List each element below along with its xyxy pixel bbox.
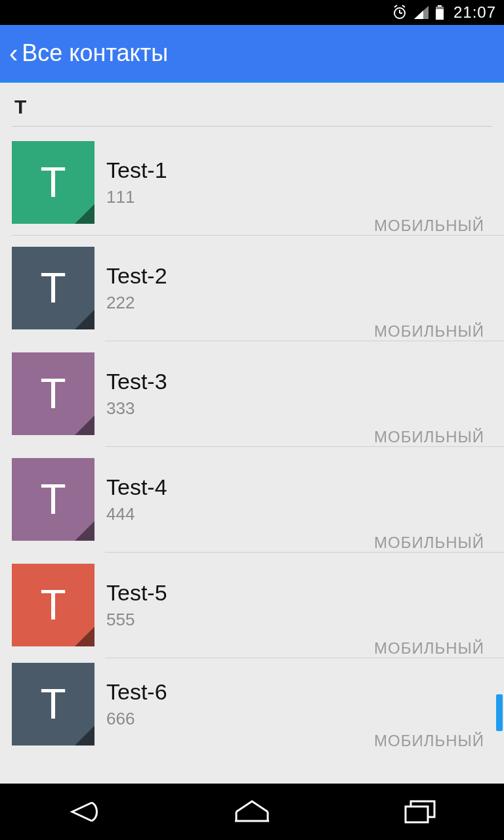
- contact-type: МОБИЛЬНЫЙ: [374, 428, 484, 446]
- contacts-list[interactable]: T Test-1 111 МОБИЛЬНЫЙ T Test-2 222: [0, 130, 504, 784]
- contact-row[interactable]: T Test-5 555 МОБИЛЬНЫЙ: [0, 553, 504, 658]
- contact-name: Test-6: [106, 679, 374, 705]
- home-button[interactable]: [213, 792, 291, 831]
- avatar-corner-icon: [75, 204, 94, 224]
- avatar-corner-icon: [75, 726, 94, 746]
- contact-type: МОБИЛЬНЫЙ: [374, 639, 484, 658]
- battery-icon: [435, 5, 444, 20]
- contact-number: 444: [106, 504, 374, 524]
- back-button[interactable]: [45, 792, 123, 831]
- app-header: ‹ Все контакты: [0, 25, 504, 83]
- avatar-letter: T: [40, 158, 66, 207]
- contact-row[interactable]: T Test-2 222 МОБИЛЬНЫЙ: [0, 236, 504, 341]
- svg-marker-6: [414, 10, 423, 19]
- contact-info: Test-5 555: [106, 580, 374, 630]
- avatar-letter: T: [40, 581, 66, 629]
- avatar-corner-icon: [75, 627, 94, 646]
- contact-type: МОБИЛЬНЫЙ: [374, 534, 484, 552]
- contact-info: Test-4 444: [106, 474, 374, 524]
- avatar-corner-icon: [75, 521, 94, 541]
- avatar-letter: T: [40, 264, 66, 312]
- status-time: 21:07: [453, 3, 496, 22]
- page-title[interactable]: Все контакты: [22, 39, 168, 67]
- contact-info: Test-3 333: [106, 369, 374, 419]
- svg-rect-9: [436, 7, 444, 9]
- contact-row[interactable]: T Test-1 111 МОБИЛЬНЫЙ: [0, 130, 504, 235]
- avatar-corner-icon: [75, 415, 94, 435]
- contact-row[interactable]: T Test-4 444 МОБИЛЬНЫЙ: [0, 447, 504, 552]
- section-divider: [12, 126, 492, 127]
- contacts-content: Т T Test-1 111 МОБИЛЬНЫЙ T: [0, 83, 504, 784]
- recent-apps-button[interactable]: [381, 792, 459, 831]
- contact-info: Test-1 111: [106, 158, 374, 207]
- avatar-letter: T: [40, 680, 66, 728]
- section-letter: Т: [0, 83, 504, 126]
- contact-avatar[interactable]: T: [12, 141, 94, 224]
- contact-name: Test-5: [106, 580, 374, 606]
- contact-type: МОБИЛЬНЫЙ: [374, 732, 484, 750]
- contact-name: Test-1: [106, 158, 374, 183]
- contact-name: Test-2: [106, 263, 374, 289]
- device-frame: 21:07 ‹ Все контакты Т T Test-1 111 МОБИ…: [0, 0, 504, 840]
- avatar-letter: T: [40, 369, 66, 418]
- svg-line-4: [402, 5, 405, 7]
- signal-icon: [414, 6, 429, 19]
- contact-avatar[interactable]: T: [12, 458, 94, 541]
- contact-number: 555: [106, 610, 374, 630]
- contact-number: 222: [106, 293, 374, 313]
- contact-number: 333: [106, 398, 374, 419]
- contact-type: МОБИЛЬНЫЙ: [374, 217, 484, 235]
- avatar-letter: T: [40, 475, 66, 524]
- svg-line-3: [394, 5, 397, 7]
- contact-info: Test-2 222: [106, 263, 374, 313]
- system-nav-bar: [0, 784, 504, 840]
- svg-rect-13: [406, 807, 428, 822]
- contact-row[interactable]: T Test-3 333 МОБИЛЬНЫЙ: [0, 341, 504, 446]
- contact-info: Test-6 666: [106, 679, 374, 729]
- contact-row[interactable]: T Test-6 666 МОБИЛЬНЫЙ: [0, 658, 504, 750]
- avatar-corner-icon: [75, 310, 94, 329]
- status-bar: 21:07: [0, 0, 504, 25]
- contact-avatar[interactable]: T: [12, 247, 94, 329]
- contact-name: Test-3: [106, 369, 374, 394]
- contact-avatar[interactable]: T: [12, 663, 94, 746]
- contact-avatar[interactable]: T: [12, 352, 94, 435]
- scroll-indicator[interactable]: [496, 694, 503, 731]
- contact-number: 111: [106, 187, 374, 207]
- back-icon[interactable]: ‹: [9, 40, 18, 66]
- contact-name: Test-4: [106, 474, 374, 500]
- contact-number: 666: [106, 709, 374, 729]
- contact-avatar[interactable]: T: [12, 564, 94, 646]
- contact-type: МОБИЛЬНЫЙ: [374, 322, 484, 341]
- alarm-icon: [392, 5, 408, 20]
